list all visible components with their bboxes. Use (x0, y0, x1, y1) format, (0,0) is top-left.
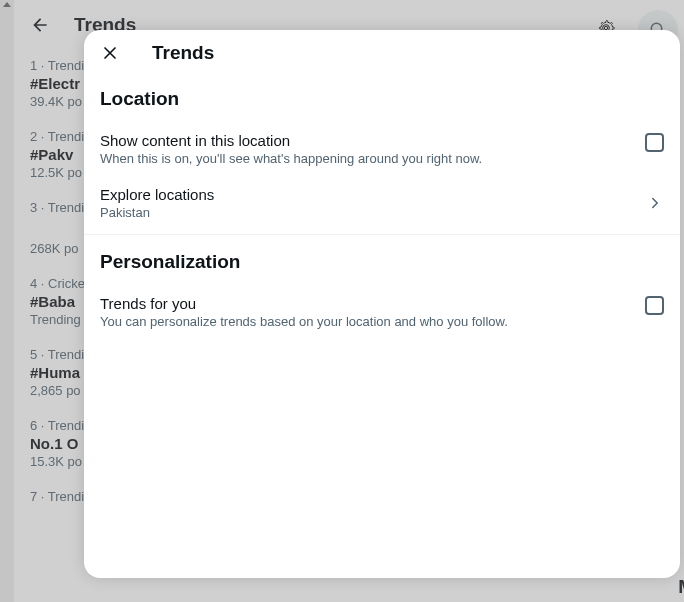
setting-text: Explore locations Pakistan (100, 186, 646, 220)
setting-text: Show content in this location When this … (100, 132, 645, 166)
setting-desc: When this is on, you'll see what's happe… (100, 151, 629, 166)
setting-title: Show content in this location (100, 132, 629, 149)
setting-value: Pakistan (100, 205, 630, 220)
setting-title: Trends for you (100, 295, 629, 312)
modal-header: Trends (84, 30, 680, 76)
show-content-row[interactable]: Show content in this location When this … (84, 122, 680, 176)
close-icon[interactable] (100, 43, 120, 63)
divider (84, 234, 680, 235)
explore-locations-row[interactable]: Explore locations Pakistan (84, 176, 680, 230)
location-section-header: Location (84, 76, 680, 122)
chevron-right-icon (646, 194, 664, 212)
setting-title: Explore locations (100, 186, 630, 203)
trends-for-you-row[interactable]: Trends for you You can personalize trend… (84, 285, 680, 339)
personalization-section-header: Personalization (84, 239, 680, 285)
setting-desc: You can personalize trends based on your… (100, 314, 629, 329)
setting-text: Trends for you You can personalize trend… (100, 295, 645, 329)
modal-title: Trends (152, 42, 214, 64)
trends-settings-modal: Trends Location Show content in this loc… (84, 30, 680, 578)
show-content-checkbox[interactable] (645, 133, 664, 152)
trends-for-you-checkbox[interactable] (645, 296, 664, 315)
